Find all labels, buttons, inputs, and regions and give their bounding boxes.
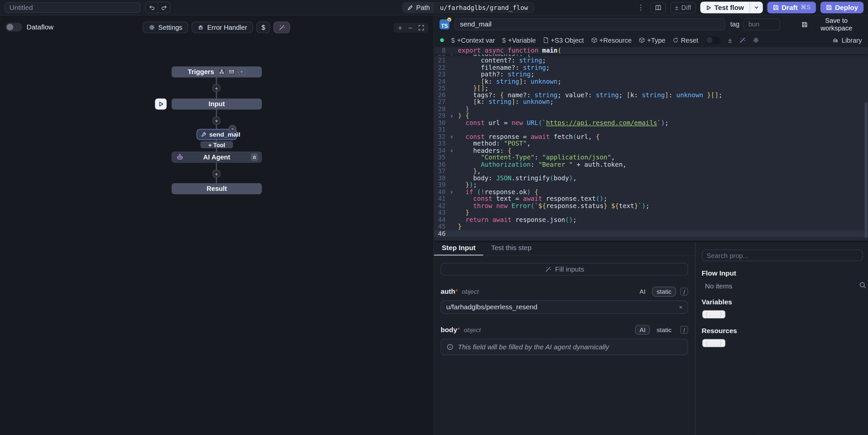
diff-mode-button[interactable]: ± bbox=[728, 36, 732, 44]
prop-search-input[interactable] bbox=[702, 249, 863, 261]
add-resource-button[interactable]: +Resource bbox=[591, 36, 632, 44]
add-s3-object-button[interactable]: +S3 Object bbox=[543, 36, 584, 44]
insert-step-button-1[interactable]: + bbox=[212, 84, 220, 92]
triggers-node[interactable]: Triggers + bbox=[172, 66, 262, 77]
ai-assistant-button[interactable] bbox=[739, 37, 746, 43]
auth-clear-button[interactable]: × bbox=[679, 304, 683, 310]
code-line[interactable]: 33 method: "POST", bbox=[434, 140, 868, 147]
code-line[interactable]: 8export async function main( bbox=[434, 47, 868, 54]
ai-wand-button[interactable] bbox=[273, 22, 290, 33]
insert-step-button-3[interactable]: + bbox=[212, 170, 220, 178]
input-node[interactable]: Input bbox=[172, 99, 262, 110]
code-line[interactable]: 36 Authorization: "Bearer " + auth.token… bbox=[434, 161, 868, 168]
dollar-button[interactable]: $ bbox=[256, 22, 270, 33]
code-line[interactable]: 44 return await response.json(); bbox=[434, 216, 868, 223]
code-line[interactable]: 23 path?: string; bbox=[434, 71, 868, 78]
run-input-button[interactable] bbox=[155, 99, 166, 110]
add-type-button[interactable]: +Type bbox=[639, 36, 665, 44]
fullscreen-button[interactable] bbox=[418, 25, 424, 30]
code-line[interactable]: 24 [k: string]: unknown; bbox=[434, 78, 868, 85]
code-line[interactable]: 31 bbox=[434, 126, 868, 133]
draft-button[interactable]: Draft ⌘S bbox=[767, 2, 816, 13]
resources-object-badge[interactable]: {...} bbox=[702, 339, 726, 348]
flow-name-input[interactable] bbox=[4, 2, 141, 13]
editor-toggle[interactable] bbox=[706, 36, 721, 44]
editor-settings-button[interactable] bbox=[753, 37, 759, 43]
add-context-var-button[interactable]: $ +Context var bbox=[451, 36, 495, 44]
code-editor[interactable]: 20∨ attachments?: {21 content?: string;2… bbox=[434, 47, 868, 241]
reset-button[interactable]: Reset bbox=[673, 36, 699, 44]
webhook-trigger-button[interactable] bbox=[218, 68, 226, 75]
undo-button[interactable] bbox=[146, 2, 158, 13]
code-line[interactable]: 42 throw new Error(`${response.status} $… bbox=[434, 202, 868, 209]
body-ai-mode-button[interactable]: AI bbox=[635, 325, 650, 335]
deploy-button[interactable]: Deploy bbox=[821, 2, 864, 13]
app: Path u/farhadglbs/grand_flow ⋮ ± Diff Te… bbox=[0, 0, 868, 435]
add-tool-button[interactable]: + Tool bbox=[200, 141, 233, 149]
auth-value-input[interactable] bbox=[446, 303, 679, 311]
ai-agent-node[interactable]: AI Agent a bbox=[172, 152, 262, 162]
add-trigger-button[interactable]: + bbox=[238, 68, 246, 75]
more-menu-button[interactable]: ⋮ bbox=[636, 3, 646, 11]
zoom-out-button[interactable]: − bbox=[408, 24, 413, 32]
code-line[interactable]: 46 bbox=[434, 230, 868, 237]
code-line[interactable]: 29∨) { bbox=[434, 113, 868, 119]
path-widget[interactable]: Path u/farhadglbs/grand_flow bbox=[402, 2, 534, 13]
code-line[interactable]: 22 filename?: string; bbox=[434, 64, 868, 71]
auth-static-mode-button[interactable]: static bbox=[652, 287, 676, 297]
code-line[interactable]: 39 }); bbox=[434, 182, 868, 189]
docs-button[interactable] bbox=[651, 2, 666, 13]
tab-step-input[interactable]: Step Input bbox=[434, 244, 483, 255]
tab-test-this-step[interactable]: Test this step bbox=[484, 244, 539, 255]
tag-input[interactable] bbox=[743, 18, 780, 30]
code-line[interactable]: 30 const url = new URL(`https://api.rese… bbox=[434, 119, 868, 126]
code-line[interactable]: 25 }[]; bbox=[434, 85, 868, 92]
library-button[interactable]: Library bbox=[833, 36, 862, 44]
wrench-icon bbox=[201, 132, 207, 137]
settings-button[interactable]: Settings bbox=[143, 22, 189, 33]
step-name-input[interactable] bbox=[454, 18, 725, 30]
dataflow-toggle[interactable] bbox=[6, 23, 22, 32]
ai-agent-label: AI Agent bbox=[203, 153, 230, 161]
test-flow-button[interactable]: Test flow bbox=[700, 2, 763, 13]
redo-button[interactable] bbox=[158, 2, 170, 13]
auth-expression-button[interactable]: f bbox=[680, 288, 688, 296]
editor-scrollbar[interactable] bbox=[865, 102, 867, 238]
variables-object-badge[interactable]: {...} bbox=[702, 310, 726, 319]
code-line[interactable]: 26 tags?: { name?: string; value?: strin… bbox=[434, 92, 868, 99]
insert-step-button-2[interactable]: + bbox=[212, 117, 220, 124]
add-variable-button[interactable]: $ +Variable bbox=[502, 36, 536, 44]
code-line[interactable]: 32∨ const response = await fetch(url, { bbox=[434, 133, 868, 140]
body-expression-button[interactable]: f bbox=[680, 326, 688, 334]
email-trigger-button[interactable] bbox=[228, 68, 236, 75]
zoom-in-button[interactable]: + bbox=[398, 24, 402, 32]
search-icon-button[interactable] bbox=[859, 281, 866, 289]
code-line[interactable]: 40∨ if (!response.ok) { bbox=[434, 189, 868, 195]
body-static-mode-button[interactable]: static bbox=[652, 325, 676, 335]
fill-inputs-button[interactable]: Fill inputs bbox=[441, 263, 688, 276]
diff-button[interactable]: ± Diff bbox=[671, 2, 695, 13]
code-line[interactable]: 37 }, bbox=[434, 168, 868, 175]
save-to-workspace-button[interactable]: Save to workspace bbox=[802, 17, 862, 32]
result-node[interactable]: Result bbox=[172, 183, 262, 194]
code-line[interactable]: 45} bbox=[434, 223, 868, 230]
auth-ai-mode-button[interactable]: AI bbox=[635, 287, 650, 297]
code-line[interactable]: 21 content?: string; bbox=[434, 57, 868, 64]
fold-chevron-icon[interactable]: ∨ bbox=[448, 147, 455, 154]
code-line[interactable]: 43 } bbox=[434, 209, 868, 216]
library-label: Library bbox=[841, 36, 862, 44]
fold-chevron-icon[interactable]: ∨ bbox=[448, 133, 455, 140]
code-line[interactable]: 35 "Content-Type": "application/json", bbox=[434, 154, 868, 161]
test-flow-dropdown[interactable] bbox=[749, 2, 763, 13]
remove-send-mail-button[interactable]: × bbox=[229, 125, 236, 133]
code-line[interactable]: 34∨ headers: { bbox=[434, 147, 868, 154]
code-line[interactable]: 38 body: JSON.stringify(body), bbox=[434, 175, 868, 182]
error-handler-button[interactable]: Error Handler bbox=[192, 22, 253, 33]
code-line[interactable]: 28 } bbox=[434, 105, 868, 113]
code-line[interactable]: 27 [k: string]: unknown; bbox=[434, 99, 868, 105]
fold-chevron-icon[interactable]: ∨ bbox=[448, 113, 455, 119]
code-line[interactable]: 41 const text = await response.text(); bbox=[434, 195, 868, 203]
fold-chevron-icon[interactable]: ∨ bbox=[448, 189, 455, 195]
draft-shortcut: ⌘S bbox=[801, 4, 811, 11]
bug-icon bbox=[198, 25, 204, 30]
